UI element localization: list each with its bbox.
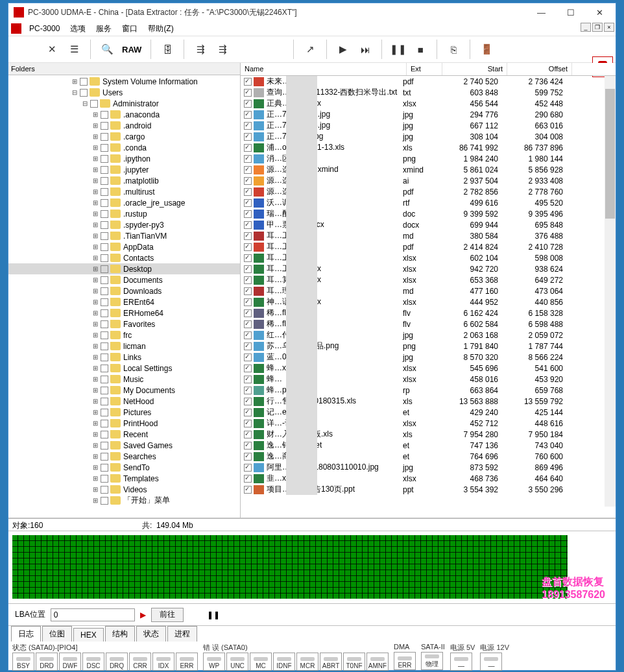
expand-icon[interactable]: ⊞ (91, 354, 99, 361)
expand-icon[interactable]: ⊞ (91, 331, 99, 339)
col-start[interactable]: Start (442, 63, 507, 75)
tree-node[interactable]: ⊞Favorites (8, 318, 240, 330)
tree-node[interactable]: ⊞.rustup (8, 208, 240, 219)
file-row[interactable]: 正…702-250.jpgjpg308 104304 008 (241, 131, 616, 142)
file-row[interactable]: 韭…xlsxxlsx468 736464 640 (241, 473, 616, 484)
tree-node[interactable]: ⊞licman (8, 341, 240, 352)
tree-node[interactable]: ⊞Videos (8, 484, 240, 495)
expand-icon[interactable]: ⊞ (91, 221, 99, 229)
file-row[interactable]: 稀…flvflv6 602 5846 598 488 (241, 318, 616, 330)
tree-node[interactable]: ⊞Desktop (8, 263, 240, 274)
list-icon[interactable]: ☰ (64, 40, 84, 59)
checkbox[interactable] (244, 320, 252, 328)
tree-node[interactable]: ⊞NetHood (8, 396, 240, 407)
file-row[interactable]: 稀…flvflv6 162 4246 158 328 (241, 307, 616, 318)
expand-icon[interactable]: ⊞ (91, 276, 99, 284)
file-row[interactable]: 正…702-250-3.jpgjpg667 112663 016 (241, 120, 616, 131)
checkbox[interactable] (244, 188, 252, 196)
checkbox[interactable] (101, 475, 108, 483)
checkbox[interactable] (244, 243, 252, 251)
checkbox[interactable] (244, 309, 252, 317)
expand-icon[interactable]: ⊟ (71, 89, 78, 97)
expand-icon[interactable]: ⊞ (91, 287, 99, 295)
tree-node[interactable]: ⊞PrintHood (8, 418, 240, 429)
mdi-close[interactable]: × (604, 23, 614, 32)
file-row[interactable]: 红…付宝.jpgjpg2 063 1682 059 072 (241, 330, 616, 341)
tab-bitmap[interactable]: 位图 (42, 626, 72, 642)
file-row[interactable]: 耳…工销售.xlsxxlsx942 720938 624 (241, 263, 616, 274)
expand-icon[interactable]: ⊞ (91, 409, 99, 416)
expand-icon[interactable]: ⊞ (91, 342, 99, 350)
checkbox[interactable] (101, 387, 108, 394)
checkbox[interactable] (244, 376, 252, 383)
checkbox[interactable] (244, 199, 252, 207)
tree-node[interactable]: ⊞.ipython (8, 153, 240, 164)
expand-icon[interactable]: ⊞ (91, 442, 99, 450)
copy-icon[interactable]: ⎘ (444, 40, 463, 59)
expand-icon[interactable]: ⊞ (91, 166, 99, 174)
checkbox[interactable] (244, 409, 252, 416)
checkbox[interactable] (101, 320, 108, 328)
tab-log[interactable]: 日志 (11, 626, 41, 642)
tree-node[interactable]: ⊞AppData (8, 241, 240, 252)
file-row[interactable]: 沃…调研.rtfrtf499 616495 520 (241, 197, 616, 208)
tree-node[interactable]: ⊞Recent (8, 429, 240, 440)
checkbox[interactable] (244, 387, 252, 394)
skip-icon[interactable]: ⏭ (355, 40, 375, 59)
file-row[interactable]: 蜂…xlsxxlsx545 696541 600 (241, 363, 616, 374)
checkbox[interactable] (244, 298, 252, 306)
checkbox[interactable] (244, 398, 252, 405)
pause-icon[interactable]: ❚❚ (389, 40, 408, 59)
expand-icon[interactable]: ⊞ (91, 309, 99, 317)
file-row[interactable]: 源…选 养生机.xmindxmind5 861 0245 856 928 (241, 164, 616, 175)
checkbox[interactable] (244, 365, 252, 372)
expand-icon[interactable]: ⊞ (91, 188, 99, 196)
tree-node[interactable]: ⊞Searches (8, 451, 240, 462)
checkbox[interactable] (101, 409, 108, 416)
tree-node[interactable]: ⊟Administrator (8, 98, 240, 109)
checkbox[interactable] (244, 78, 252, 86)
checkbox[interactable] (101, 342, 108, 350)
lba-go-button[interactable]: 前往 (151, 608, 184, 622)
checkbox[interactable] (101, 453, 108, 461)
checkbox[interactable] (244, 111, 252, 119)
checkbox[interactable] (101, 188, 108, 196)
scrollbar-vertical[interactable] (605, 76, 616, 507)
tree-node[interactable]: ⊞My Documents (8, 385, 240, 396)
raw-button[interactable]: RAW (119, 45, 144, 54)
tree-node[interactable]: ⊞Local Settings (8, 363, 240, 374)
tree-node[interactable]: ⊞frc (8, 330, 240, 341)
file-list[interactable]: 未来…路.pdfpdf2 740 5202 736 424查询…20189111… (241, 76, 616, 518)
checkbox[interactable] (101, 122, 108, 130)
expand-icon[interactable]: ⊞ (91, 122, 99, 130)
checkbox[interactable] (101, 155, 108, 163)
expand-icon[interactable]: ⊞ (91, 111, 99, 119)
folder-tree[interactable]: ⊞System Volume Information⊟Users⊟Adminis… (8, 75, 240, 518)
file-row[interactable]: 消…区 (1).pngpng1 984 2401 980 144 (241, 153, 616, 164)
checkbox[interactable] (244, 210, 252, 218)
expand-icon[interactable]: ⊞ (91, 497, 99, 505)
checkbox[interactable] (244, 254, 252, 262)
expand-icon[interactable]: ⊞ (91, 243, 99, 251)
expand-icon[interactable]: ⊞ (91, 376, 99, 383)
tree-node[interactable]: ⊞.matplotlib (8, 175, 240, 186)
tree-node[interactable]: ⊞.multirust (8, 186, 240, 197)
checkbox[interactable] (244, 464, 252, 472)
lba-input[interactable] (51, 608, 135, 621)
expand-icon[interactable]: ⊞ (91, 144, 99, 152)
file-row[interactable]: 瑞…配套.docdoc9 399 5929 395 496 (241, 208, 616, 219)
tree-node[interactable]: ⊞Documents (8, 274, 240, 285)
file-row[interactable]: 正典…燕窝.xlsxxlsx456 544452 448 (241, 98, 616, 109)
expand-icon[interactable]: ⊞ (91, 155, 99, 163)
checkbox[interactable] (244, 166, 252, 174)
checkbox[interactable] (244, 133, 252, 141)
checkbox[interactable] (101, 442, 108, 450)
expand-icon[interactable]: ⊞ (91, 365, 99, 372)
tree-node[interactable]: ⊞Templates (8, 473, 240, 484)
expand-icon[interactable]: ⊞ (91, 199, 99, 207)
checkbox[interactable] (101, 298, 108, 306)
checkbox[interactable] (101, 111, 108, 119)
tree-node[interactable]: ⊞ERHome64 (8, 307, 240, 318)
file-row[interactable]: 逸…商价格.etet764 696760 600 (241, 451, 616, 462)
checkbox[interactable] (101, 177, 108, 185)
